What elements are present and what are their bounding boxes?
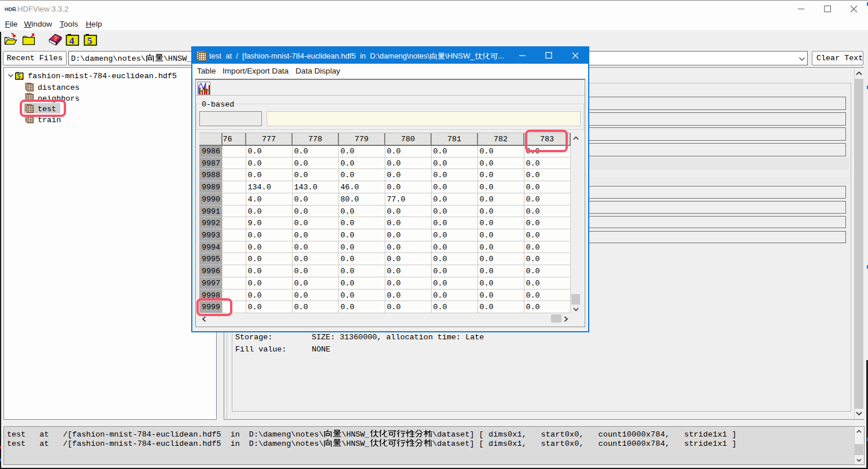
svg-text:5: 5 bbox=[87, 35, 93, 46]
svg-text:4: 4 bbox=[70, 35, 75, 46]
svg-text:5: 5 bbox=[17, 72, 21, 79]
